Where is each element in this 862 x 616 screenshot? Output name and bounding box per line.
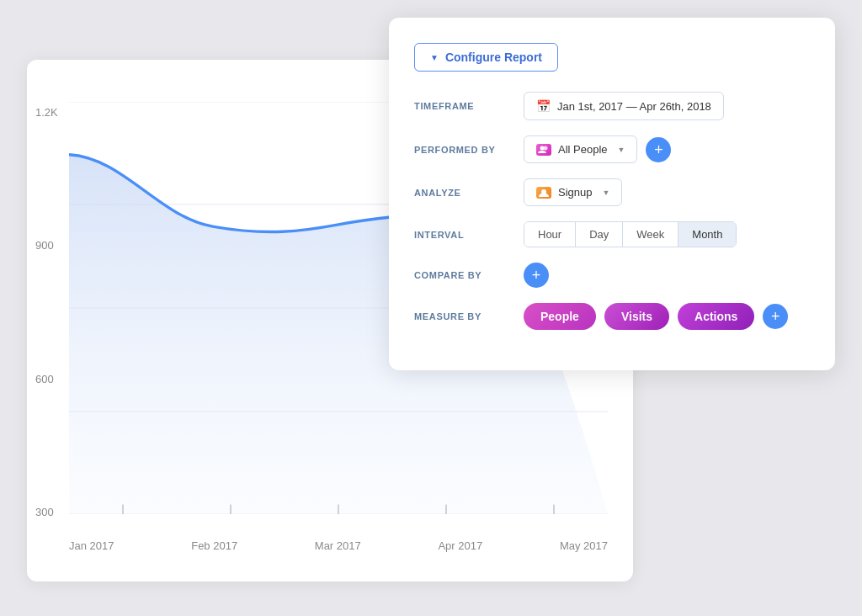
compare-by-add-button[interactable]: + [524, 263, 549, 288]
interval-content: Hour Day Week Month [524, 221, 737, 247]
analyze-arrow: ▼ [602, 189, 609, 197]
analyze-value: Signup [558, 186, 592, 199]
timeframe-button[interactable]: 📅 Jan 1st, 2017 — Apr 26th, 2018 [524, 92, 724, 120]
timeframe-row: TIMEFRAME 📅 Jan 1st, 2017 — Apr 26th, 20… [414, 92, 810, 120]
compare-by-label: COMPARE BY [414, 270, 524, 280]
interval-month-button[interactable]: Month [678, 222, 736, 247]
y-label-300: 300 [35, 506, 58, 518]
calendar-icon: 📅 [536, 99, 551, 113]
performed-by-add-button[interactable]: + [646, 137, 671, 162]
timeframe-label: TIMEFRAME [414, 101, 524, 111]
measure-by-add-button[interactable]: + [763, 304, 788, 329]
y-label-1200: 1.2K [35, 106, 58, 119]
interval-day-button[interactable]: Day [576, 222, 623, 247]
x-label-mar: Mar 2017 [315, 539, 361, 552]
performed-by-button[interactable]: All People ▼ [524, 135, 637, 163]
x-label-apr: Apr 2017 [438, 539, 482, 552]
y-label-600: 600 [35, 373, 58, 385]
x-label-feb: Feb 2017 [191, 539, 237, 552]
analyze-label: ANALYZE [414, 188, 524, 198]
y-axis: 1.2K 900 600 300 [35, 106, 58, 518]
compare-by-content: + [524, 263, 549, 288]
y-label-900: 900 [35, 239, 58, 252]
performed-by-row: PERFORMED BY All People ▼ + [414, 135, 810, 163]
performed-by-content: All People ▼ + [524, 135, 671, 163]
interval-group: Hour Day Week Month [524, 221, 737, 247]
measure-by-row: MEASURE BY People Visits Actions + [414, 303, 810, 330]
measure-by-content: People Visits Actions + [524, 303, 788, 330]
performed-by-label: PERFORMED BY [414, 145, 524, 155]
performed-by-arrow: ▼ [618, 146, 625, 154]
svg-point-11 [544, 146, 548, 150]
interval-week-button[interactable]: Week [623, 222, 678, 247]
measure-by-label: MEASURE BY [414, 311, 524, 321]
configure-report-button[interactable]: ▼ Configure Report [414, 43, 558, 72]
interval-hour-button[interactable]: Hour [524, 222, 576, 247]
config-panel: ▼ Configure Report TIMEFRAME 📅 Jan 1st, … [389, 18, 835, 370]
measure-people-tag[interactable]: People [524, 303, 596, 330]
x-label-jan: Jan 2017 [69, 539, 114, 552]
interval-label: INTERVAL [414, 230, 524, 240]
x-label-may: May 2017 [560, 539, 608, 552]
performed-by-value: All People [558, 143, 608, 156]
measure-visits-tag[interactable]: Visits [604, 303, 669, 330]
analyze-button[interactable]: Signup ▼ [524, 178, 622, 206]
timeframe-value: Jan 1st, 2017 — Apr 26th, 2018 [557, 100, 711, 113]
analyze-content: Signup ▼ [524, 178, 622, 206]
x-axis: Jan 2017 Feb 2017 Mar 2017 Apr 2017 May … [69, 539, 608, 552]
configure-report-label: Configure Report [445, 50, 542, 64]
timeframe-content: 📅 Jan 1st, 2017 — Apr 26th, 2018 [524, 92, 724, 120]
people-icon [536, 144, 551, 156]
filter-icon: ▼ [430, 53, 439, 62]
signup-icon [536, 187, 551, 199]
analyze-row: ANALYZE Signup ▼ [414, 178, 810, 206]
compare-by-row: COMPARE BY + [414, 263, 810, 288]
interval-row: INTERVAL Hour Day Week Month [414, 221, 810, 247]
measure-actions-tag[interactable]: Actions [678, 303, 754, 330]
